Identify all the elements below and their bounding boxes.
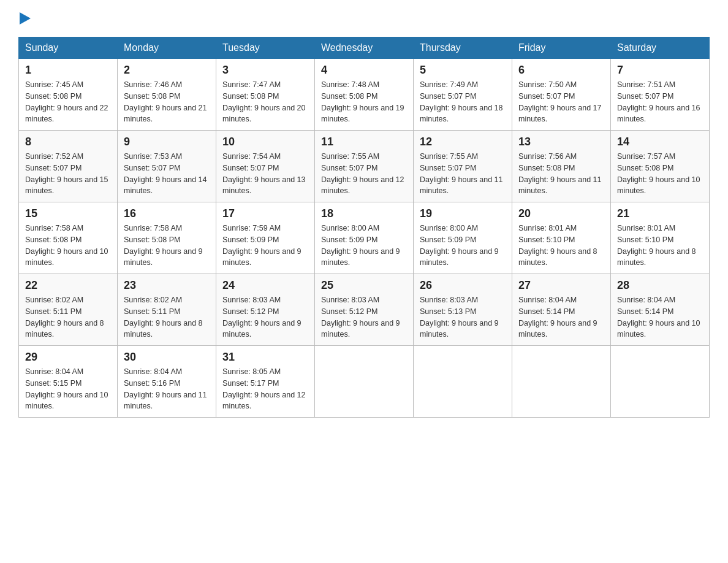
calendar-cell <box>611 346 710 418</box>
day-info: Sunrise: 8:01 AMSunset: 5:10 PMDaylight:… <box>617 223 703 269</box>
calendar-cell: 29 Sunrise: 8:04 AMSunset: 5:15 PMDaylig… <box>19 346 118 418</box>
day-info: Sunrise: 8:02 AMSunset: 5:11 PMDaylight:… <box>25 294 111 340</box>
day-number: 22 <box>25 279 111 292</box>
calendar-cell: 10 Sunrise: 7:54 AMSunset: 5:07 PMDaylig… <box>216 131 315 202</box>
calendar-cell: 17 Sunrise: 7:59 AMSunset: 5:09 PMDaylig… <box>216 202 315 274</box>
day-number: 1 <box>25 64 111 77</box>
calendar-week-row: 8 Sunrise: 7:52 AMSunset: 5:07 PMDayligh… <box>19 131 710 202</box>
day-info: Sunrise: 8:05 AMSunset: 5:17 PMDaylight:… <box>222 366 308 412</box>
logo <box>18 12 31 25</box>
calendar-week-row: 29 Sunrise: 8:04 AMSunset: 5:15 PMDaylig… <box>19 346 710 418</box>
day-info: Sunrise: 8:02 AMSunset: 5:11 PMDaylight:… <box>124 294 210 340</box>
day-number: 14 <box>617 136 703 148</box>
calendar-cell: 28 Sunrise: 8:04 AMSunset: 5:14 PMDaylig… <box>611 274 710 346</box>
calendar-cell: 27 Sunrise: 8:04 AMSunset: 5:14 PMDaylig… <box>512 274 611 346</box>
day-info: Sunrise: 7:55 AMSunset: 5:07 PMDaylight:… <box>420 151 506 197</box>
day-number: 7 <box>617 64 703 77</box>
header-monday: Monday <box>118 37 216 59</box>
calendar-cell: 31 Sunrise: 8:05 AMSunset: 5:17 PMDaylig… <box>216 346 315 418</box>
calendar-week-row: 1 Sunrise: 7:45 AMSunset: 5:08 PMDayligh… <box>19 59 710 131</box>
day-number: 6 <box>518 64 604 77</box>
day-info: Sunrise: 8:03 AMSunset: 5:13 PMDaylight:… <box>420 294 506 340</box>
calendar-cell <box>315 346 414 418</box>
svg-marker-0 <box>20 12 31 25</box>
calendar-week-row: 22 Sunrise: 8:02 AMSunset: 5:11 PMDaylig… <box>19 274 710 346</box>
day-info: Sunrise: 7:58 AMSunset: 5:08 PMDaylight:… <box>124 223 210 269</box>
calendar-cell: 16 Sunrise: 7:58 AMSunset: 5:08 PMDaylig… <box>118 202 216 274</box>
calendar-cell: 21 Sunrise: 8:01 AMSunset: 5:10 PMDaylig… <box>611 202 710 274</box>
day-number: 8 <box>25 136 111 148</box>
day-number: 13 <box>518 136 604 148</box>
header-friday: Friday <box>512 37 611 59</box>
day-number: 12 <box>420 136 506 148</box>
day-number: 29 <box>25 351 111 364</box>
day-number: 25 <box>321 279 407 292</box>
day-info: Sunrise: 8:04 AMSunset: 5:15 PMDaylight:… <box>25 366 111 412</box>
day-info: Sunrise: 7:56 AMSunset: 5:08 PMDaylight:… <box>518 151 604 197</box>
day-number: 9 <box>124 136 210 148</box>
day-number: 21 <box>617 207 703 220</box>
calendar-cell: 19 Sunrise: 8:00 AMSunset: 5:09 PMDaylig… <box>414 202 512 274</box>
day-info: Sunrise: 7:46 AMSunset: 5:08 PMDaylight:… <box>124 79 210 125</box>
header-thursday: Thursday <box>414 37 512 59</box>
calendar-cell: 7 Sunrise: 7:51 AMSunset: 5:07 PMDayligh… <box>611 59 710 131</box>
day-info: Sunrise: 8:00 AMSunset: 5:09 PMDaylight:… <box>321 223 407 269</box>
page-header <box>18 12 710 25</box>
calendar-cell: 5 Sunrise: 7:49 AMSunset: 5:07 PMDayligh… <box>414 59 512 131</box>
day-info: Sunrise: 7:48 AMSunset: 5:08 PMDaylight:… <box>321 79 407 125</box>
day-number: 10 <box>222 136 308 148</box>
calendar-cell: 25 Sunrise: 8:03 AMSunset: 5:12 PMDaylig… <box>315 274 414 346</box>
day-number: 5 <box>420 64 506 77</box>
day-info: Sunrise: 7:54 AMSunset: 5:07 PMDaylight:… <box>222 151 308 197</box>
day-number: 24 <box>222 279 308 292</box>
calendar-cell: 14 Sunrise: 7:57 AMSunset: 5:08 PMDaylig… <box>611 131 710 202</box>
day-info: Sunrise: 7:58 AMSunset: 5:08 PMDaylight:… <box>25 223 111 269</box>
day-info: Sunrise: 7:59 AMSunset: 5:09 PMDaylight:… <box>222 223 308 269</box>
header-wednesday: Wednesday <box>315 37 414 59</box>
day-number: 27 <box>518 279 604 292</box>
calendar-table: Sunday Monday Tuesday Wednesday Thursday… <box>18 37 710 418</box>
calendar-cell: 23 Sunrise: 8:02 AMSunset: 5:11 PMDaylig… <box>118 274 216 346</box>
day-number: 3 <box>222 64 308 77</box>
calendar-cell: 8 Sunrise: 7:52 AMSunset: 5:07 PMDayligh… <box>19 131 118 202</box>
day-number: 16 <box>124 207 210 220</box>
header-sunday: Sunday <box>19 37 118 59</box>
calendar-cell: 11 Sunrise: 7:55 AMSunset: 5:07 PMDaylig… <box>315 131 414 202</box>
calendar-cell: 9 Sunrise: 7:53 AMSunset: 5:07 PMDayligh… <box>118 131 216 202</box>
calendar-cell: 22 Sunrise: 8:02 AMSunset: 5:11 PMDaylig… <box>19 274 118 346</box>
calendar-cell: 18 Sunrise: 8:00 AMSunset: 5:09 PMDaylig… <box>315 202 414 274</box>
calendar-cell: 30 Sunrise: 8:04 AMSunset: 5:16 PMDaylig… <box>118 346 216 418</box>
day-number: 17 <box>222 207 308 220</box>
calendar-cell: 1 Sunrise: 7:45 AMSunset: 5:08 PMDayligh… <box>19 59 118 131</box>
day-info: Sunrise: 8:04 AMSunset: 5:14 PMDaylight:… <box>518 294 604 340</box>
day-number: 26 <box>420 279 506 292</box>
day-number: 23 <box>124 279 210 292</box>
day-info: Sunrise: 7:53 AMSunset: 5:07 PMDaylight:… <box>124 151 210 197</box>
day-info: Sunrise: 8:01 AMSunset: 5:10 PMDaylight:… <box>518 223 604 269</box>
day-info: Sunrise: 7:47 AMSunset: 5:08 PMDaylight:… <box>222 79 308 125</box>
day-info: Sunrise: 8:03 AMSunset: 5:12 PMDaylight:… <box>222 294 308 340</box>
day-number: 4 <box>321 64 407 77</box>
header-tuesday: Tuesday <box>216 37 315 59</box>
day-number: 2 <box>124 64 210 77</box>
day-number: 28 <box>617 279 703 292</box>
header-saturday: Saturday <box>611 37 710 59</box>
calendar-cell: 6 Sunrise: 7:50 AMSunset: 5:07 PMDayligh… <box>512 59 611 131</box>
day-info: Sunrise: 8:04 AMSunset: 5:16 PMDaylight:… <box>124 366 210 412</box>
day-info: Sunrise: 8:00 AMSunset: 5:09 PMDaylight:… <box>420 223 506 269</box>
day-info: Sunrise: 7:57 AMSunset: 5:08 PMDaylight:… <box>617 151 703 197</box>
calendar-cell <box>512 346 611 418</box>
day-number: 31 <box>222 351 308 364</box>
calendar-cell: 20 Sunrise: 8:01 AMSunset: 5:10 PMDaylig… <box>512 202 611 274</box>
calendar-cell: 26 Sunrise: 8:03 AMSunset: 5:13 PMDaylig… <box>414 274 512 346</box>
calendar-cell: 13 Sunrise: 7:56 AMSunset: 5:08 PMDaylig… <box>512 131 611 202</box>
day-info: Sunrise: 8:04 AMSunset: 5:14 PMDaylight:… <box>617 294 703 340</box>
calendar-cell: 24 Sunrise: 8:03 AMSunset: 5:12 PMDaylig… <box>216 274 315 346</box>
calendar-cell: 4 Sunrise: 7:48 AMSunset: 5:08 PMDayligh… <box>315 59 414 131</box>
day-number: 20 <box>518 207 604 220</box>
day-number: 11 <box>321 136 407 148</box>
day-number: 15 <box>25 207 111 220</box>
day-info: Sunrise: 7:51 AMSunset: 5:07 PMDaylight:… <box>617 79 703 125</box>
day-info: Sunrise: 7:49 AMSunset: 5:07 PMDaylight:… <box>420 79 506 125</box>
calendar-cell: 15 Sunrise: 7:58 AMSunset: 5:08 PMDaylig… <box>19 202 118 274</box>
